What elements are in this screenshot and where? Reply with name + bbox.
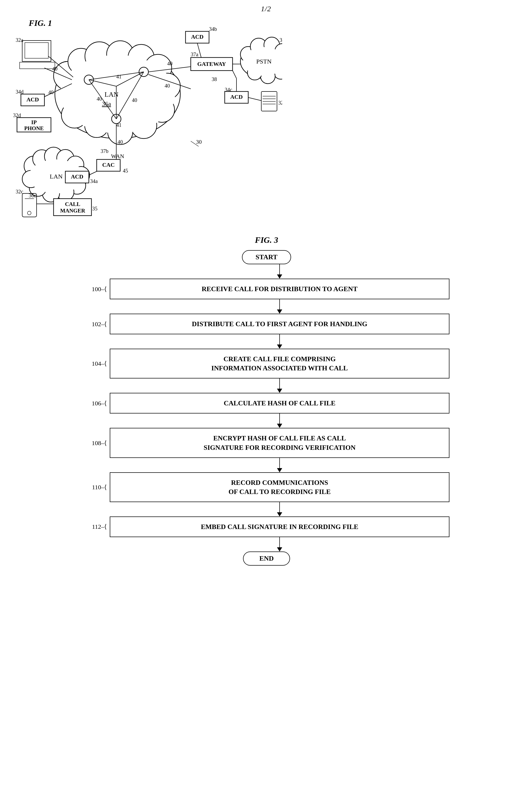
arrow-end (110, 537, 450, 551)
svg-text:37b: 37b (101, 148, 109, 154)
step-104-box: CREATE CALL FILE COMPRISINGINFORMATION A… (110, 349, 450, 378)
svg-text:ACD: ACD (191, 34, 204, 40)
svg-text:40: 40 (97, 96, 102, 102)
svg-text:GATEWAY: GATEWAY (197, 61, 226, 67)
svg-text:ACD: ACD (230, 94, 243, 100)
page-header: 1/2 (0, 0, 532, 13)
svg-text:PHONE: PHONE (24, 125, 44, 131)
svg-text:40: 40 (167, 61, 172, 67)
svg-text:PSTN: PSTN (256, 58, 272, 65)
arrow-0 (110, 264, 450, 279)
step-102-box: DISTRIBUTE CALL TO FIRST AGENT FOR HANDL… (110, 314, 450, 334)
arrow-2 (83, 334, 450, 349)
svg-rect-76 (25, 43, 48, 58)
step-112-row: 112–⟨ EMBED CALL SIGNATURE IN RECORDING … (83, 516, 450, 537)
arrow-3 (83, 378, 450, 393)
svg-text:35: 35 (92, 206, 97, 211)
svg-text:34d: 34d (16, 89, 23, 95)
step-102-num: 102–⟨ (83, 320, 110, 328)
svg-text:CALL: CALL (65, 201, 80, 207)
svg-text:37a: 37a (191, 52, 198, 57)
step-112-box: EMBED CALL SIGNATURE IN RECORDING FILE (110, 516, 450, 537)
svg-text:34c: 34c (225, 87, 232, 93)
svg-text:41: 41 (116, 74, 121, 79)
svg-text:ACD: ACD (71, 173, 83, 180)
fig3-label: FIG. 3 (83, 235, 450, 245)
svg-text:34b: 34b (209, 26, 217, 32)
step-108-row: 108–⟨ ENCRYPT HASH OF CALL FILE AS CALLS… (83, 428, 450, 458)
svg-text:40: 40 (118, 139, 123, 145)
svg-text:36a: 36a (102, 100, 111, 107)
arrow-4 (83, 414, 450, 428)
step-110-box: RECORD COMMUNICATIONSOF CALL TO RECORDIN… (110, 472, 450, 502)
svg-text:36b: 36b (280, 37, 282, 43)
svg-text:32b: 32b (278, 100, 282, 106)
step-110-row: 110–⟨ RECORD COMMUNICATIONSOF CALL TO RE… (83, 472, 450, 502)
svg-text:MANGER: MANGER (60, 208, 85, 214)
svg-text:WAN: WAN (111, 153, 124, 159)
step-102-row: 102–⟨ DISTRIBUTE CALL TO FIRST AGENT FOR… (83, 314, 450, 334)
fig3-flowchart: FIG. 3 START 100–⟨ RECEIVE CALL FOR DIST… (83, 235, 450, 566)
svg-line-71 (248, 97, 261, 101)
step-108-num: 108–⟨ (83, 439, 110, 447)
step-104-row: 104–⟨ CREATE CALL FILE COMPRISINGINFORMA… (83, 349, 450, 378)
svg-text:38: 38 (212, 76, 217, 82)
svg-text:LAN: LAN (50, 173, 62, 180)
start-terminal: START (242, 250, 291, 264)
arrow-1 (83, 299, 450, 314)
step-100-num: 100–⟨ (83, 285, 110, 293)
svg-point-115 (27, 211, 31, 215)
step-106-box: CALCULATE HASH OF CALL FILE (110, 393, 450, 414)
svg-text:IP: IP (31, 119, 37, 126)
flowchart: START 100–⟨ RECEIVE CALL FOR DISTRIBUTIO… (83, 250, 450, 566)
svg-text:32a: 32a (16, 37, 23, 43)
svg-line-64 (232, 71, 236, 78)
step-106-num: 106–⟨ (83, 400, 110, 407)
arrow-6 (83, 502, 450, 516)
svg-text:40: 40 (165, 83, 170, 89)
svg-text:32d: 32d (13, 112, 21, 118)
fig1-svg: LAN 36a 41 41 40 40 40 40 40 40 40 G (8, 16, 282, 230)
svg-text:34a: 34a (90, 178, 98, 184)
svg-text:45: 45 (123, 168, 128, 173)
end-terminal: END (243, 551, 290, 566)
arrow-5 (83, 458, 450, 472)
step-100-row: 100–⟨ RECEIVE CALL FOR DISTRIBUTION TO A… (83, 279, 450, 299)
svg-text:40: 40 (48, 89, 54, 95)
svg-text:30: 30 (196, 138, 202, 145)
svg-text:32c: 32c (16, 189, 23, 194)
svg-text:40: 40 (132, 97, 137, 103)
svg-rect-77 (20, 62, 55, 69)
step-104-num: 104–⟨ (83, 360, 110, 367)
step-100-box: RECEIVE CALL FOR DISTRIBUTION TO AGENT (110, 279, 450, 299)
step-110-num: 110–⟨ (83, 484, 110, 491)
svg-text:CAC: CAC (102, 162, 115, 168)
step-112-num: 112–⟨ (83, 523, 110, 530)
step-106-row: 106–⟨ CALCULATE HASH OF CALL FILE (83, 393, 450, 414)
step-108-box: ENCRYPT HASH OF CALL FILE AS CALLSIGNATU… (110, 428, 450, 458)
svg-text:41: 41 (116, 122, 121, 128)
svg-text:ACD: ACD (26, 96, 39, 103)
fig1-diagram: FIG. 1 LAN 36a (8, 16, 282, 230)
